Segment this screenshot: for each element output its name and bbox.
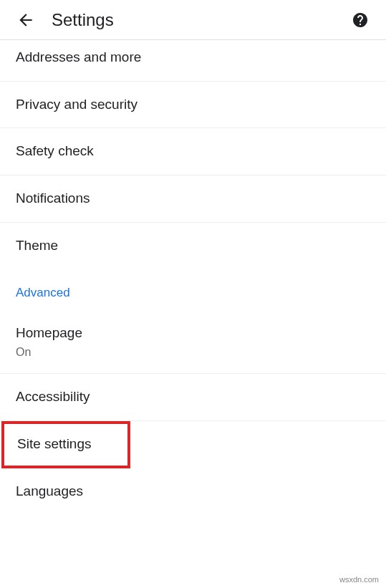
watermark: wsxdn.com — [339, 575, 379, 584]
help-icon — [352, 11, 369, 29]
arrow-back-icon — [16, 11, 35, 29]
item-label: Safety check — [16, 143, 370, 160]
settings-item-privacy[interactable]: Privacy and security — [0, 82, 386, 129]
item-label: Notifications — [16, 190, 370, 208]
item-label: Accessibility — [16, 388, 370, 406]
page-title: Settings — [52, 10, 346, 30]
settings-item-languages[interactable]: Languages — [0, 468, 386, 515]
settings-item-addresses[interactable]: Addresses and more — [0, 40, 386, 82]
settings-list: Addresses and more Privacy and security … — [0, 40, 386, 514]
settings-item-theme[interactable]: Theme — [0, 223, 386, 269]
back-button[interactable] — [11, 6, 40, 34]
settings-item-site-settings[interactable]: Site settings — [1, 421, 130, 468]
item-label: Theme — [16, 237, 370, 255]
item-label: Homepage — [16, 324, 370, 342]
settings-item-safety[interactable]: Safety check — [0, 128, 386, 175]
settings-item-homepage[interactable]: Homepage On — [0, 310, 386, 374]
item-sublabel: On — [16, 345, 370, 359]
section-header-advanced: Advanced — [0, 269, 386, 310]
app-header: Settings — [0, 0, 386, 40]
help-button[interactable] — [346, 6, 375, 34]
item-label: Languages — [16, 483, 370, 501]
item-label: Privacy and security — [16, 96, 370, 114]
settings-item-accessibility[interactable]: Accessibility — [0, 374, 386, 421]
settings-item-notifications[interactable]: Notifications — [0, 175, 386, 223]
item-label: Addresses and more — [16, 49, 370, 67]
item-label: Site settings — [17, 435, 115, 453]
